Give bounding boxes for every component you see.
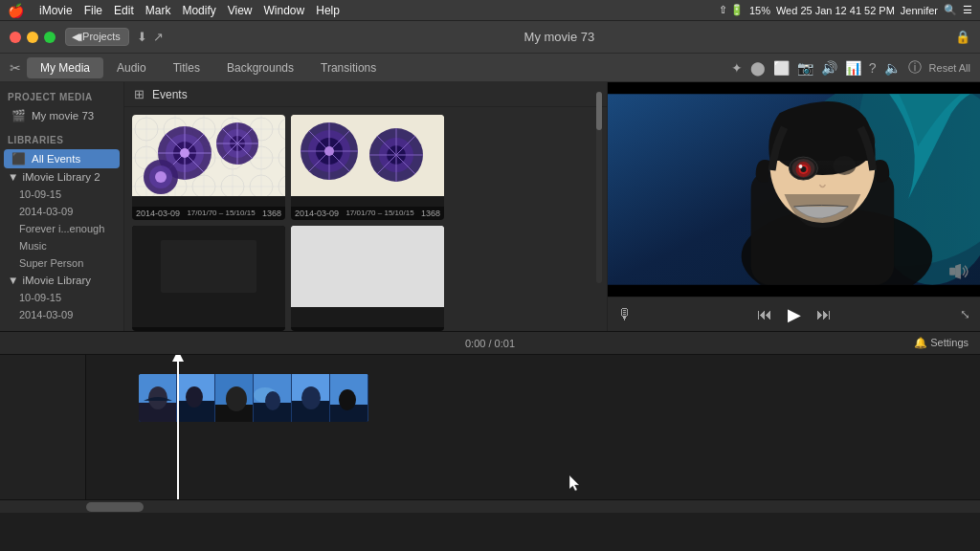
share-icon[interactable]: ↗: [153, 30, 164, 44]
sidebar-item-music[interactable]: Music: [0, 237, 123, 254]
media-scrollbar[interactable]: [596, 92, 602, 283]
media-item-0[interactable]: 2014-03-09 17/01/70 – 15/10/15 1368: [132, 115, 285, 220]
scrollbar-thumb[interactable]: [596, 92, 602, 130]
audio-icon[interactable]: 🔊: [821, 60, 837, 76]
apple-menu[interactable]: 🍎: [8, 3, 24, 18]
timeline-track-labels: [0, 355, 86, 499]
projects-button[interactable]: ◀ ◀ Projects: [65, 28, 129, 46]
battery-pct: 15%: [749, 5, 770, 16]
scrollbar-handle[interactable]: [86, 502, 144, 512]
media-item-3[interactable]: [291, 226, 444, 331]
settings-button[interactable]: 🔔 Settings: [914, 337, 969, 349]
fullscreen-button[interactable]: ⤡: [960, 307, 970, 321]
menubar-user: Jennifer: [901, 5, 938, 16]
svg-point-30: [324, 146, 334, 156]
tab-my-media[interactable]: My Media: [27, 57, 103, 78]
media-grid: 2014-03-09 17/01/70 – 15/10/15 1368: [124, 107, 607, 331]
menubar-right: ⇧ 🔋 15% Wed 25 Jan 12 41 52 PM Jennifer …: [719, 4, 972, 16]
preview-controls: 🎙 ⏮ ▶ ⏭ ⤡: [608, 297, 980, 331]
timeline-area: 0:00 / 0:01 🔔 Settings: [0, 331, 980, 513]
projects-label: ◀ Projects: [72, 31, 121, 43]
media-item-2[interactable]: [132, 226, 285, 331]
menubar: 🍎 iMovie File Edit Mark Modify View Wind…: [0, 0, 980, 21]
skip-forward-button[interactable]: ⏭: [816, 306, 832, 323]
magic-wand-icon[interactable]: ✦: [731, 60, 743, 76]
media-type-icon[interactable]: ⬤: [750, 60, 766, 76]
speaker-icon[interactable]: 🔈: [884, 60, 901, 76]
movie-icon: 🎬: [11, 109, 26, 122]
svg-point-55: [833, 156, 856, 175]
tabs-bar: ✂ My Media Audio Titles Backgrounds Tran…: [0, 54, 980, 82]
sidebar-item-all-events[interactable]: ⬛ All Events: [4, 149, 120, 168]
chevron-down-icon: ▼: [8, 171, 18, 183]
svg-rect-39: [161, 240, 256, 293]
search-icon[interactable]: 🔍: [944, 4, 957, 16]
grid-view-icon[interactable]: ⊞: [134, 87, 145, 101]
timeline-needle[interactable]: [177, 355, 179, 499]
play-button[interactable]: ▶: [788, 304, 801, 325]
menu-modify[interactable]: Modify: [182, 4, 215, 17]
menubar-datetime: Wed 25 Jan 12 41 52 PM: [776, 5, 895, 16]
timeline-topbar: 0:00 / 0:01 🔔 Settings: [0, 332, 980, 355]
timeline-tracks: [86, 355, 980, 499]
menu-view[interactable]: View: [228, 4, 253, 17]
library2-label: iMovie Library 2: [22, 171, 100, 183]
menu-help[interactable]: Help: [316, 4, 340, 17]
movie-title: My movie 73: [164, 30, 955, 44]
minimize-button[interactable]: [27, 32, 38, 43]
svg-point-11: [180, 148, 189, 158]
menu-mark[interactable]: Mark: [145, 4, 171, 17]
timecode-display: 0:00 / 0:01: [465, 338, 515, 349]
video-track: [86, 355, 980, 431]
svg-point-53: [798, 165, 802, 168]
tab-transitions[interactable]: Transitions: [307, 57, 390, 78]
tab-backgrounds[interactable]: Backgrounds: [213, 57, 307, 78]
import-icon[interactable]: ⬇: [137, 30, 147, 44]
close-button[interactable]: [10, 32, 21, 43]
sidebar: PROJECT MEDIA 🎬 My movie 73 LIBRARIES ⬛ …: [0, 82, 124, 331]
media-item-label-0: 2014-03-09 17/01/70 – 15/10/15 1368: [132, 207, 285, 220]
media-item-1[interactable]: 2014-03-09 17/01/70 – 15/10/15 1368: [291, 115, 444, 220]
timeline-scrollbar[interactable]: [0, 499, 980, 513]
sidebar-library2-header[interactable]: ▼ iMovie Library 2: [0, 168, 123, 186]
sidebar-item-2014-03-09-a[interactable]: 2014-03-09: [0, 203, 123, 220]
maximize-button[interactable]: [44, 32, 56, 43]
svg-rect-56: [949, 268, 955, 276]
sidebar-item-my-movie[interactable]: 🎬 My movie 73: [4, 106, 120, 125]
media-item-label-2: [132, 327, 285, 331]
project-media-label: PROJECT MEDIA: [0, 88, 123, 106]
share-button[interactable]: 🔒: [955, 30, 970, 44]
info-icon[interactable]: ⓘ: [908, 59, 922, 77]
sidebar-item-forever[interactable]: Forever i...enough: [0, 220, 123, 237]
tab-titles[interactable]: Titles: [160, 57, 213, 78]
tab-audio[interactable]: Audio: [103, 57, 160, 78]
menu-file[interactable]: File: [84, 4, 102, 17]
svg-point-65: [226, 386, 247, 411]
chart-icon[interactable]: 📊: [845, 60, 861, 76]
content-area: PROJECT MEDIA 🎬 My movie 73 LIBRARIES ⬛ …: [0, 82, 980, 331]
menu-window[interactable]: Window: [264, 4, 305, 17]
camera-icon[interactable]: 📷: [797, 60, 813, 76]
sidebar-item-super-person[interactable]: Super Person: [0, 254, 123, 272]
events-icon: ⬛: [11, 152, 26, 165]
video-clip[interactable]: [139, 374, 368, 422]
reset-all-button[interactable]: Reset All: [929, 62, 970, 74]
menu-edit[interactable]: Edit: [114, 4, 134, 17]
menubar-icons: ⇧ 🔋: [719, 4, 744, 16]
sidebar-item-10-09-15-a[interactable]: 10-09-15: [0, 186, 123, 203]
sidebar-item-2014-03-09-b[interactable]: 2014-03-09: [0, 306, 123, 323]
skip-back-button[interactable]: ⏮: [757, 306, 772, 323]
events-header-label: Events: [152, 88, 188, 101]
sidebar-library1-header[interactable]: ▼ iMovie Library: [0, 272, 123, 289]
help-icon[interactable]: ?: [869, 60, 877, 76]
svg-rect-40: [291, 226, 444, 307]
sidebar-item-10-09-15-b[interactable]: 10-09-15: [0, 289, 123, 306]
mic-button[interactable]: 🎙: [617, 306, 633, 323]
menu-icon[interactable]: ☰: [963, 4, 972, 16]
svg-point-75: [339, 389, 356, 410]
libraries-label: LIBRARIES: [0, 131, 123, 149]
crop-tool-icon[interactable]: ⬜: [773, 60, 790, 76]
menu-imovie[interactable]: iMovie: [39, 4, 73, 17]
svg-point-62: [186, 386, 203, 408]
svg-point-69: [265, 391, 280, 410]
